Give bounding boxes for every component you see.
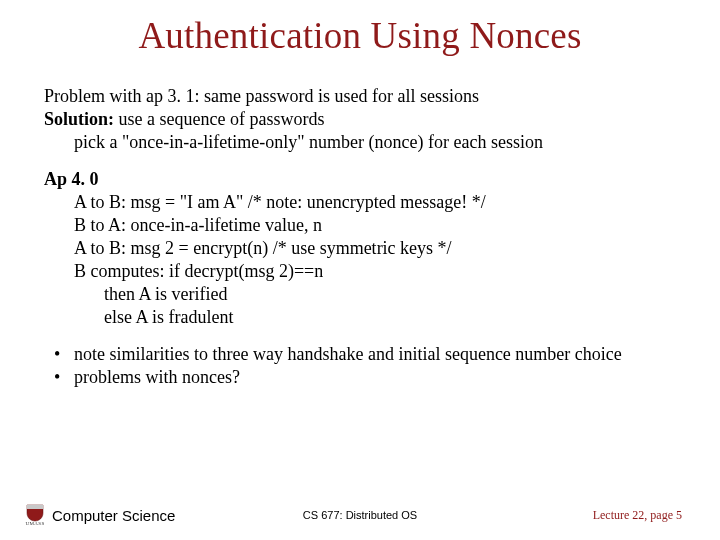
ap4-line4: B computes: if decrypt(msg 2)==n xyxy=(44,260,676,283)
footer-right-text: Lecture 22, page 5 xyxy=(593,508,682,523)
ap4-line6: else A is fradulent xyxy=(44,306,676,329)
solution-line: Solution: use a sequence of passwords xyxy=(44,108,676,131)
footer-center-text: CS 677: Distributed OS xyxy=(303,509,417,521)
ap4-line2: B to A: once-in-a-lifetime value, n xyxy=(44,214,676,237)
solution-label: Solution: xyxy=(44,109,114,129)
ap4-line5: then A is verified xyxy=(44,283,676,306)
ap4-paragraph: Ap 4. 0 A to B: msg = "I am A" /* note: … xyxy=(44,168,676,329)
slide-footer: UMASS Computer Science CS 677: Distribut… xyxy=(0,502,720,528)
ap4-heading: Ap 4. 0 xyxy=(44,168,676,191)
shield-icon xyxy=(24,504,46,522)
footer-left: UMASS Computer Science xyxy=(22,502,175,528)
umass-logo: UMASS xyxy=(22,502,48,528)
ap4-line1: A to B: msg = "I am A" /* note: unencryp… xyxy=(44,191,676,214)
slide-title: Authentication Using Nonces xyxy=(44,14,676,57)
logo-subtext: UMASS xyxy=(25,521,44,526)
footer-left-text: Computer Science xyxy=(52,507,175,524)
problem-paragraph: Problem with ap 3. 1: same password is u… xyxy=(44,85,676,154)
bullet-1: note similarities to three way handshake… xyxy=(44,343,676,366)
problem-line: Problem with ap 3. 1: same password is u… xyxy=(44,85,676,108)
solution-detail: pick a "once-in-a-lifetime-only" number … xyxy=(44,131,676,154)
bullet-2: problems with nonces? xyxy=(44,366,676,389)
bullet-list: note similarities to three way handshake… xyxy=(44,343,676,389)
ap4-line3: A to B: msg 2 = encrypt(n) /* use symmet… xyxy=(44,237,676,260)
solution-text: use a sequence of passwords xyxy=(114,109,324,129)
